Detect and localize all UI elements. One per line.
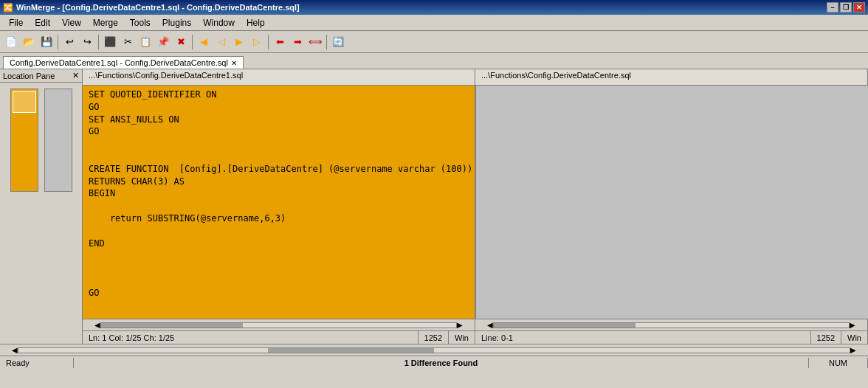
paste-button[interactable]: 📌 <box>155 34 171 50</box>
scrollbars-row: ◀ ▶ ◀ ▶ <box>83 319 868 330</box>
right-eol-text: Win <box>847 333 861 342</box>
menu-item-help[interactable]: Help <box>241 16 271 30</box>
titlebar-controls: – ❐ ✕ <box>827 2 865 13</box>
left-size-text: 1252 <box>424 333 442 342</box>
open-button[interactable]: 📂 <box>21 34 37 50</box>
menu-item-merge[interactable]: Merge <box>87 16 124 30</box>
right-size-status: 1252 <box>811 331 841 344</box>
differences-text: 1 Difference Found <box>404 358 478 367</box>
close-button[interactable]: ✕ <box>853 2 865 13</box>
location-pane-content <box>0 83 82 344</box>
copy-to-right-button[interactable]: ➡ <box>289 34 306 50</box>
right-eol-status: Win <box>841 331 868 344</box>
file-panes-content: SET QUOTED_IDENTIFIER ON GO SET ANSI_NUL… <box>83 86 868 319</box>
left-editor-content: SET QUOTED_IDENTIFIER ON GO SET ANSI_NUL… <box>89 89 469 299</box>
right-scrollbar-area[interactable]: ◀ ▶ <box>475 319 868 330</box>
location-pane-header: Location Pane ✕ <box>0 69 82 83</box>
left-scroll-right-arrow[interactable]: ▶ <box>457 321 463 329</box>
copy-button[interactable]: 📋 <box>137 34 154 50</box>
sep3 <box>192 35 193 49</box>
location-block-right <box>44 89 72 192</box>
bottom-scrollbar-track[interactable] <box>18 347 850 353</box>
left-editor[interactable]: SET QUOTED_IDENTIFIER ON GO SET ANSI_NUL… <box>83 86 476 319</box>
save-button[interactable]: 💾 <box>38 34 55 50</box>
location-block-left <box>10 89 38 192</box>
menubar: FileEditViewMergeToolsPluginsWindowHelp <box>0 15 868 31</box>
tab-label: Config.DeriveDataCentre1.sql - Config.De… <box>10 58 228 67</box>
ready-text: Ready <box>6 358 30 367</box>
right-size-text: 1252 <box>817 333 835 342</box>
left-position-text: Ln: 1 Col: 1/25 Ch: 1/25 <box>89 333 174 342</box>
left-position-status: Ln: 1 Col: 1/25 Ch: 1/25 <box>83 331 418 344</box>
sep1 <box>58 35 58 49</box>
left-eol-status: Win <box>449 331 475 344</box>
restore-button[interactable]: ❐ <box>840 2 852 13</box>
next-diff-button[interactable]: ▶ <box>231 34 247 50</box>
merge-all-button[interactable]: ⟺ <box>307 34 323 50</box>
bottom-scrollbar[interactable]: ◀ ▶ <box>0 344 868 356</box>
file-panes: ...\Functions\Config.DeriveDataCentre1.s… <box>83 69 868 344</box>
new-button[interactable]: 📄 <box>3 34 19 50</box>
sep5 <box>326 35 327 49</box>
prev-diff-button[interactable]: ◀ <box>196 34 212 50</box>
menu-item-edit[interactable]: Edit <box>29 16 56 30</box>
location-pane-title: Location Pane <box>3 72 55 80</box>
status-row1: Ln: 1 Col: 1/25 Ch: 1/25 1252 Win Line: … <box>83 330 868 344</box>
titlebar: 🔀 WinMerge - [Config.DeriveDataCentre1.s… <box>0 0 868 15</box>
bottom-scrollbar-thumb[interactable] <box>268 348 434 353</box>
copy-to-left-button[interactable]: ⬅ <box>272 34 288 50</box>
tab-close-button[interactable]: ✕ <box>231 59 237 67</box>
menu-item-tools[interactable]: Tools <box>124 16 156 30</box>
sep2 <box>98 35 99 49</box>
menu-item-view[interactable]: View <box>56 16 87 30</box>
app-icon: 🔀 <box>3 3 13 13</box>
left-scrollbar-area[interactable]: ◀ ▶ <box>83 319 475 330</box>
titlebar-title: WinMerge - [Config.DeriveDataCentre1.sql… <box>16 3 300 12</box>
main-tab[interactable]: Config.DeriveDataCentre1.sql - Config.De… <box>3 56 244 69</box>
tabbar: Config.DeriveDataCentre1.sql - Config.De… <box>0 53 868 69</box>
redo-button[interactable]: ↪ <box>79 34 95 50</box>
cut-button[interactable]: ✂ <box>120 34 136 50</box>
statusbar: Ready 1 Difference Found NUM <box>0 356 868 369</box>
left-file-title: ...\Functions\Config.DeriveDataCentre1.s… <box>83 69 475 85</box>
last-diff-button[interactable]: ▷ <box>249 34 265 50</box>
left-size-status: 1252 <box>418 331 449 344</box>
main-area: Location Pane ✕ ...\Functions\Config.Der… <box>0 69 868 344</box>
menu-item-window[interactable]: Window <box>197 16 241 30</box>
differences-status: 1 Difference Found <box>74 358 809 368</box>
left-eol-text: Win <box>455 333 469 342</box>
left-scroll-left-arrow[interactable]: ◀ <box>94 321 100 329</box>
refresh-button[interactable]: 🔄 <box>330 34 346 50</box>
right-position-status: Line: 0-1 <box>475 331 811 344</box>
titlebar-left: 🔀 WinMerge - [Config.DeriveDataCentre1.s… <box>3 3 300 13</box>
first-diff-button[interactable]: ◁ <box>213 34 230 50</box>
right-position-text: Line: 0-1 <box>481 333 513 342</box>
menu-item-file[interactable]: File <box>3 16 29 30</box>
left-scrollbar-thumb[interactable] <box>101 323 243 328</box>
right-scrollbar-track[interactable] <box>493 322 850 328</box>
right-scroll-right-arrow[interactable]: ▶ <box>850 321 855 329</box>
mode-status: NUM <box>809 358 868 368</box>
sep4 <box>268 35 269 49</box>
delete-button[interactable]: ✖ <box>173 34 189 50</box>
location-pane: Location Pane ✕ <box>0 69 83 344</box>
location-pane-close[interactable]: ✕ <box>72 71 79 80</box>
mode-text: NUM <box>829 358 847 367</box>
bottom-scroll-left[interactable]: ◀ <box>12 346 18 354</box>
right-scroll-left-arrow[interactable]: ◀ <box>487 321 493 329</box>
location-highlight <box>13 91 36 113</box>
toolbar: 📄 📂 💾 ↩ ↪ ⬛ ✂ 📋 📌 ✖ ◀ ◁ ▶ ▷ ⬅ ➡ ⟺ 🔄 <box>0 31 868 53</box>
bottom-scroll-right[interactable]: ▶ <box>850 346 856 354</box>
file-panes-header: ...\Functions\Config.DeriveDataCentre1.s… <box>83 69 868 86</box>
ready-status: Ready <box>0 358 74 368</box>
right-scrollbar-thumb[interactable] <box>494 323 636 328</box>
menu-item-plugins[interactable]: Plugins <box>156 16 197 30</box>
right-file-title: ...\Functions\Config.DeriveDataCentre.sq… <box>475 69 868 85</box>
left-scrollbar-track[interactable] <box>100 322 457 328</box>
minimize-button[interactable]: – <box>827 2 838 13</box>
right-editor[interactable] <box>476 86 868 319</box>
compare-button[interactable]: ⬛ <box>102 34 118 50</box>
undo-button[interactable]: ↩ <box>61 34 78 50</box>
